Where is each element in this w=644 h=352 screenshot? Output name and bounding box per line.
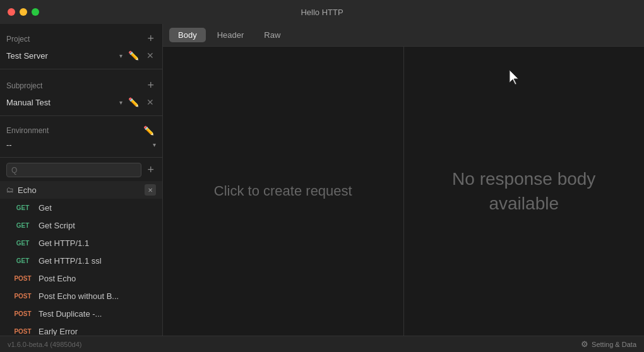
add-subproject-button[interactable]: + (145, 78, 156, 93)
remove-item-button[interactable]: ✕ (145, 255, 156, 266)
method-badge: POST (11, 274, 34, 283)
right-area: Body Header Raw Click to create request … (163, 24, 644, 336)
tab-body[interactable]: Body (169, 28, 206, 42)
request-name: Test Duplicate -... (39, 309, 127, 319)
close-button[interactable] (8, 8, 15, 16)
method-badge: POST (11, 327, 34, 336)
subproject-value: Manual Test (6, 98, 116, 107)
remove-item-button[interactable]: ✕ (145, 290, 156, 302)
tab-raw[interactable]: Raw (255, 28, 289, 42)
add-item-button[interactable]: + (131, 237, 143, 249)
environment-value-row: -- ▾ (6, 139, 156, 153)
search-icon: Q (11, 166, 17, 175)
create-request-text: Click to create request (214, 183, 352, 199)
add-request-button[interactable]: + (145, 163, 156, 177)
project-section: Project + Test Server ▾ ✏️ ✕ (0, 24, 162, 67)
remove-item-button[interactable]: ✕ (145, 308, 156, 319)
search-input[interactable] (20, 165, 136, 175)
settings-button[interactable]: ⚙ Setting & Data (581, 339, 636, 349)
environment-label: Environment (6, 126, 49, 135)
project-value-row: Test Server ▾ ✏️ ✕ (6, 49, 156, 65)
cursor-indicator (507, 69, 521, 89)
method-badge: GET (11, 239, 34, 247)
edit-project-button[interactable]: ✏️ (126, 50, 141, 61)
statusbar: v1.6.0-beta.4 (49850d4) ⚙ Setting & Data (0, 336, 644, 352)
tab-header[interactable]: Header (208, 28, 253, 42)
environment-section: Environment ✏️ -- ▾ (0, 117, 162, 156)
search-input-wrap[interactable]: Q (6, 163, 141, 177)
method-badge: POST (11, 310, 34, 318)
project-header-row: Project + (6, 29, 156, 49)
settings-label: Setting & Data (592, 341, 636, 348)
add-item-button[interactable]: + (131, 220, 143, 231)
request-name: Get HTTP/1.1 (39, 238, 127, 248)
list-item[interactable]: POST Post Echo + ✕ (0, 269, 162, 287)
request-list: 🗂 Echo ✕ GET Get + ✕ GET Get Script + (0, 181, 162, 336)
group-label: 🗂 Echo (6, 185, 37, 195)
subproject-dropdown-icon[interactable]: ▾ (119, 99, 122, 106)
environment-header-row: Environment ✏️ (6, 122, 156, 139)
request-name: Early Error (39, 327, 127, 336)
project-label: Project (6, 35, 30, 44)
project-value: Test Server (6, 51, 116, 61)
titlebar: Hello HTTP (0, 0, 644, 24)
request-name: Get HTTP/1.1 ssl (39, 256, 127, 266)
remove-item-button[interactable]: ✕ (145, 273, 156, 284)
no-response-text: No response bodyavailable (439, 154, 608, 228)
subproject-label: Subproject (6, 81, 42, 90)
add-item-button[interactable]: + (131, 202, 143, 213)
add-project-button[interactable]: + (145, 32, 156, 46)
minimize-button[interactable] (20, 8, 27, 16)
subproject-value-row: Manual Test ▾ ✏️ ✕ (6, 95, 156, 112)
subproject-section: Subproject + Manual Test ▾ ✏️ ✕ (0, 71, 162, 114)
folder-icon: 🗂 (6, 185, 14, 194)
remove-item-button[interactable]: ✕ (145, 237, 156, 249)
group-name: Echo (18, 185, 37, 195)
main-layout: Project + Test Server ▾ ✏️ ✕ Subproject … (0, 24, 644, 336)
list-item[interactable]: GET Get + ✕ (0, 199, 162, 216)
divider-1 (0, 69, 162, 69)
add-item-button[interactable]: + (131, 290, 143, 302)
remove-item-button[interactable]: ✕ (145, 202, 156, 213)
method-badge: POST (11, 292, 34, 300)
response-tabs: Body Header Raw (163, 24, 644, 47)
add-item-button[interactable]: + (131, 255, 143, 266)
list-item[interactable]: POST Test Duplicate -... + ✕ (0, 305, 162, 322)
environment-dropdown-icon[interactable]: ▾ (153, 141, 156, 148)
method-badge: GET (11, 204, 34, 212)
project-dropdown-icon[interactable]: ▾ (119, 52, 122, 59)
content-area: Click to create request No response body… (163, 47, 644, 336)
app-title: Hello HTTP (301, 8, 343, 17)
divider-3 (0, 157, 162, 158)
edit-subproject-button[interactable]: ✏️ (126, 97, 141, 108)
divider-2 (0, 115, 162, 116)
sidebar: Project + Test Server ▾ ✏️ ✕ Subproject … (0, 24, 163, 336)
create-request-area[interactable]: Click to create request (163, 47, 404, 336)
remove-group-button[interactable]: ✕ (145, 184, 156, 196)
list-item[interactable]: GET Get Script + ✕ (0, 216, 162, 234)
list-item[interactable]: GET Get HTTP/1.1 + ✕ (0, 234, 162, 252)
method-badge: GET (11, 221, 34, 230)
list-item[interactable]: POST Post Echo without B... + ✕ (0, 287, 162, 305)
no-response-area: No response bodyavailable (404, 47, 645, 336)
add-item-button[interactable]: + (131, 308, 143, 319)
remove-subproject-button[interactable]: ✕ (145, 97, 156, 108)
request-name: Get (39, 203, 127, 213)
edit-environment-button[interactable]: ✏️ (141, 125, 156, 136)
list-item[interactable]: POST Early Error + ✕ (0, 322, 162, 336)
remove-item-button[interactable]: ✕ (145, 326, 156, 336)
maximize-button[interactable] (32, 8, 39, 16)
request-name: Post Echo without B... (39, 291, 127, 301)
list-item[interactable]: GET Get HTTP/1.1 ssl + ✕ (0, 252, 162, 269)
add-item-button[interactable]: + (131, 273, 143, 284)
search-area: Q + (0, 159, 162, 181)
subproject-header-row: Subproject + (6, 76, 156, 95)
remove-project-button[interactable]: ✕ (145, 50, 156, 61)
request-name: Get Script (39, 221, 127, 230)
request-name: Post Echo (39, 274, 127, 283)
traffic-lights (8, 8, 39, 16)
environment-value: -- (6, 140, 149, 150)
add-item-button[interactable]: + (131, 326, 143, 336)
remove-item-button[interactable]: ✕ (145, 220, 156, 231)
group-echo[interactable]: 🗂 Echo ✕ (0, 181, 162, 199)
